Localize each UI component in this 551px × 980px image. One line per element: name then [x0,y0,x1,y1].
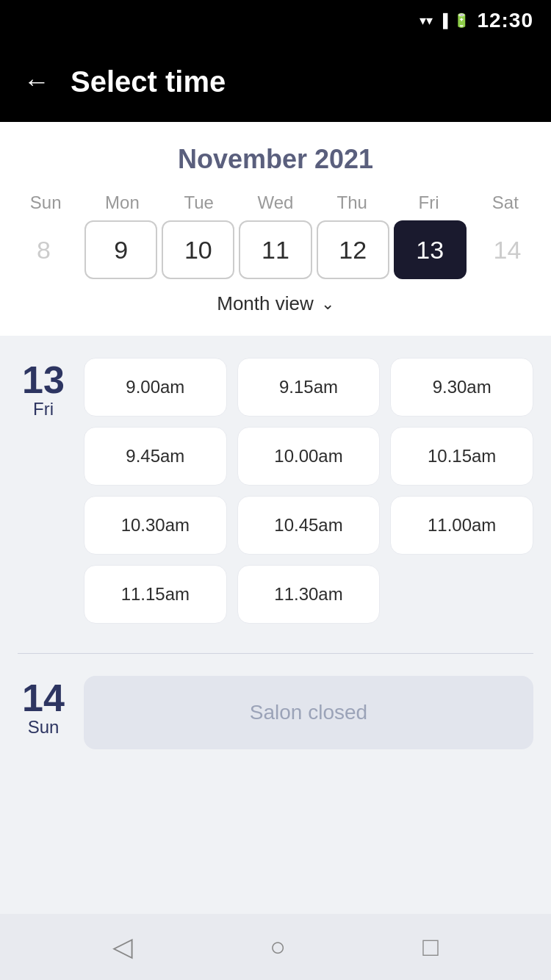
slot-10-30am[interactable]: 10.30am [84,496,227,555]
month-title: November 2021 [0,144,551,175]
weekday-sat: Sat [467,192,544,213]
date-12[interactable]: 12 [317,220,389,279]
day-14-number: 14 [22,679,65,717]
day-13-name: Fri [33,399,54,419]
calendar-section: November 2021 Sun Mon Tue Wed Thu Fri Sa… [0,122,551,336]
day-14-name: Sun [28,717,60,738]
recent-nav-icon[interactable]: □ [422,932,439,962]
weekday-mon: Mon [84,192,160,213]
back-nav-icon[interactable]: ◁ [112,932,133,962]
slot-11-00am[interactable]: 11.00am [390,496,533,555]
signal-icon: ▐ [439,13,448,29]
slot-9-30am[interactable]: 9.30am [390,358,533,417]
back-button[interactable]: ← [24,66,50,97]
date-14[interactable]: 14 [471,220,544,279]
day-13-label: 13 Fri [18,358,69,624]
weekday-tue: Tue [161,192,237,213]
day-13-block: 13 Fri 9.00am 9.15am 9.30am 9.45am 10.00… [18,358,533,624]
salon-closed-label: Salon closed [250,701,367,724]
date-11[interactable]: 11 [239,220,311,279]
slot-10-45am[interactable]: 10.45am [237,496,381,555]
status-time: 12:30 [477,9,533,32]
slots-section: 13 Fri 9.00am 9.15am 9.30am 9.45am 10.00… [0,336,551,801]
wifi-icon: ▾▾ [419,12,433,29]
slot-10-15am[interactable]: 10.15am [390,427,533,486]
status-bar: ▾▾ ▐ 🔋 12:30 [0,0,551,41]
page-title: Select time [71,65,226,98]
day-13-slots-grid: 9.00am 9.15am 9.30am 9.45am 10.00am 10.1… [84,358,533,624]
day-14-label: 14 Sun [18,676,69,749]
home-nav-icon[interactable]: ○ [270,932,286,962]
date-10[interactable]: 10 [162,220,234,279]
date-8[interactable]: 8 [7,220,80,279]
bottom-nav: ◁ ○ □ [0,914,551,980]
dates-row: 8 9 10 11 12 13 14 [0,220,551,279]
weekday-fri: Fri [390,192,467,213]
weekdays-row: Sun Mon Tue Wed Thu Fri Sat [0,192,551,213]
month-view-label: Month view [217,292,314,315]
battery-icon: 🔋 [453,12,469,29]
salon-closed-panel: Salon closed [84,676,533,749]
weekday-sun: Sun [7,192,84,213]
status-icons: ▾▾ ▐ 🔋 [419,12,470,29]
header: ← Select time [0,41,551,122]
day-13-number: 13 [22,361,65,399]
weekday-thu: Thu [314,192,390,213]
chevron-down-icon: ⌄ [321,295,334,314]
slot-10-00am[interactable]: 10.00am [237,427,381,486]
slot-9-45am[interactable]: 9.45am [84,427,227,486]
date-9[interactable]: 9 [84,220,157,279]
month-view-toggle[interactable]: Month view ⌄ [0,279,551,321]
day-14-block: 14 Sun Salon closed [18,676,533,749]
slot-11-30am[interactable]: 11.30am [237,565,381,624]
slot-9-00am[interactable]: 9.00am [84,358,227,417]
slot-11-15am[interactable]: 11.15am [84,565,227,624]
slot-9-15am[interactable]: 9.15am [237,358,381,417]
weekday-wed: Wed [237,192,314,213]
date-13[interactable]: 13 [394,220,467,279]
divider [18,653,533,654]
